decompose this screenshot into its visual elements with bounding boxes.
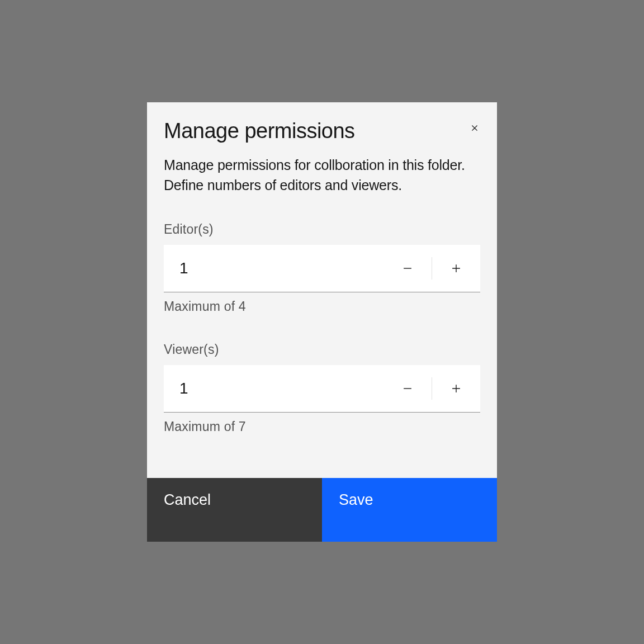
minus-icon <box>401 382 414 395</box>
editors-decrement-button[interactable] <box>383 245 432 292</box>
viewers-value[interactable]: 1 <box>164 380 383 397</box>
plus-icon <box>450 262 462 274</box>
close-button[interactable] <box>465 118 485 138</box>
viewers-increment-button[interactable] <box>432 365 480 412</box>
editors-field-group: Editor(s) 1 Maximum of 4 <box>147 222 497 314</box>
viewers-label: Viewer(s) <box>164 342 480 357</box>
viewers-field-group: Viewer(s) 1 Maximum of 7 <box>147 342 497 434</box>
save-button[interactable]: Save <box>322 478 497 542</box>
viewers-controls <box>383 365 480 412</box>
svg-rect-3 <box>404 388 411 389</box>
minus-icon <box>401 262 414 274</box>
editors-increment-button[interactable] <box>432 245 480 292</box>
svg-marker-2 <box>452 264 460 272</box>
svg-marker-4 <box>452 385 460 392</box>
modal-description: Manage permissions for collboration in t… <box>147 143 497 195</box>
viewers-number-input: 1 <box>164 365 480 413</box>
editors-label: Editor(s) <box>164 222 480 237</box>
editors-helper: Maximum of 4 <box>164 299 480 314</box>
cancel-button[interactable]: Cancel <box>147 478 322 542</box>
editors-controls <box>383 245 480 292</box>
modal-title: Manage permissions <box>164 119 355 143</box>
modal-footer: Cancel Save <box>147 478 497 542</box>
svg-marker-0 <box>472 125 477 131</box>
permissions-modal: Manage permissions Manage permissions fo… <box>147 102 497 542</box>
plus-icon <box>450 382 462 395</box>
modal-header: Manage permissions <box>147 102 497 143</box>
close-icon <box>469 122 480 134</box>
editors-number-input: 1 <box>164 245 480 292</box>
viewers-decrement-button[interactable] <box>383 365 432 412</box>
svg-rect-1 <box>404 268 411 268</box>
viewers-helper: Maximum of 7 <box>164 419 480 434</box>
editors-value[interactable]: 1 <box>164 259 383 277</box>
